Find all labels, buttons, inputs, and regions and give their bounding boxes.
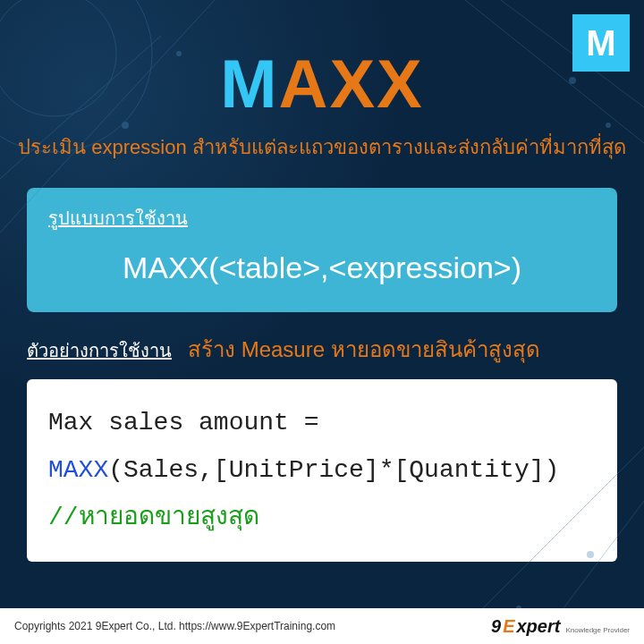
usage-label: รูปแบบการใช้งาน (48, 204, 596, 233)
brand-xpert: xpert (516, 616, 560, 637)
example-header: ตัวอย่างการใช้งาน สร้าง Measure หายอดขาย… (27, 332, 617, 367)
title-part-axx: AXX (279, 46, 424, 122)
code-comment: //หายอดขายสูงสุด (48, 494, 596, 541)
svg-point-8 (122, 122, 129, 129)
code-line-2: MAXX(Sales,[UnitPrice]*[Quantity]) (48, 446, 596, 494)
code-example-box: Max sales amount = MAXX(Sales,[UnitPrice… (27, 379, 617, 562)
title-part-m: M (220, 46, 278, 122)
code-function-args: (Sales,[UnitPrice]*[Quantity]) (108, 456, 559, 484)
code-function-name: MAXX (48, 456, 108, 484)
example-label: ตัวอย่างการใช้งาน (27, 336, 172, 365)
footer-copyright: Copyrights 2021 9Expert Co., Ltd. https:… (14, 620, 335, 632)
example-description: สร้าง Measure หายอดขายสินค้าสูงสุด (188, 332, 540, 367)
brand-e: E (503, 616, 514, 637)
function-badge: M (572, 14, 630, 72)
function-description: ประเมิน expression สำหรับแต่ละแถวของตารา… (0, 131, 644, 163)
usage-box: รูปแบบการใช้งาน MAXX(<table>,<expression… (27, 188, 617, 312)
code-line-1: Max sales amount = (48, 399, 596, 446)
usage-syntax: MAXX(<table>,<expression>) (48, 250, 596, 285)
svg-point-11 (606, 123, 611, 128)
brand-nine: 9 (491, 616, 501, 637)
footer: Copyrights 2021 9Expert Co., Ltd. https:… (0, 608, 644, 644)
function-title: MAXX (0, 0, 644, 123)
footer-brand: 9Expert Knowledge Provider (491, 616, 630, 637)
brand-tagline: Knowledge Provider (565, 627, 630, 634)
